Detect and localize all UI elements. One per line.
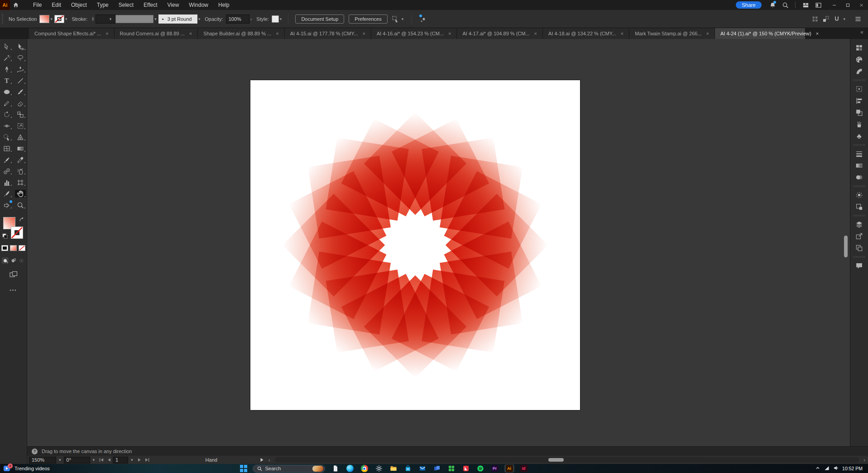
appearance-panel-icon[interactable] bbox=[853, 189, 866, 201]
zoom-tool[interactable] bbox=[15, 201, 26, 209]
transparency-panel-icon[interactable] bbox=[853, 171, 866, 183]
swap-fill-stroke-icon[interactable] bbox=[19, 217, 24, 223]
menu-item-window[interactable]: Window bbox=[184, 0, 213, 10]
horizontal-scrollbar-thumb[interactable] bbox=[548, 458, 564, 462]
tray-volume-icon[interactable] bbox=[833, 465, 839, 472]
paintbrush-tool[interactable] bbox=[15, 88, 26, 96]
width-tool[interactable] bbox=[1, 122, 12, 130]
menu-item-file[interactable]: File bbox=[28, 0, 47, 10]
shaper-tool[interactable] bbox=[1, 99, 12, 107]
rotation-select[interactable]: 0° bbox=[64, 457, 90, 463]
taskbar-app-store-bag-icon[interactable] bbox=[403, 464, 413, 473]
document-tab[interactable]: Round Corners.ai @ 88.89 ...× bbox=[115, 28, 198, 39]
scroll-left-icon[interactable]: ‹ bbox=[266, 457, 273, 463]
selection-tool[interactable] bbox=[1, 43, 12, 50]
vertical-scrollbar-thumb[interactable] bbox=[844, 236, 848, 257]
color-button[interactable] bbox=[1, 245, 8, 251]
horizontal-scrollbar[interactable] bbox=[275, 457, 859, 463]
tab-close-icon[interactable]: × bbox=[276, 31, 278, 36]
document-tab[interactable]: Mark Twain Stamp.ai @ 266...× bbox=[629, 28, 715, 39]
start-button-icon[interactable] bbox=[240, 465, 247, 472]
fill-color-swatch[interactable] bbox=[39, 15, 49, 23]
help-icon[interactable]: ? bbox=[32, 449, 38, 454]
status-expand-icon[interactable] bbox=[258, 457, 266, 463]
preferences-button[interactable]: Preferences bbox=[349, 14, 387, 24]
default-fill-stroke-icon[interactable] bbox=[2, 233, 8, 240]
smart-edit-icon[interactable] bbox=[418, 14, 429, 24]
free-transform-tool[interactable] bbox=[15, 122, 26, 130]
menu-item-view[interactable]: View bbox=[163, 0, 184, 10]
taskbar-app-green-grid-icon[interactable] bbox=[446, 464, 456, 473]
document-tab-active[interactable]: AI 4-24 (1).ai* @ 150 % (CMYK/Preview)× bbox=[715, 28, 806, 39]
column-graph-tool[interactable] bbox=[1, 179, 12, 186]
select-similar-icon[interactable] bbox=[390, 14, 401, 24]
eyedropper-tool[interactable] bbox=[15, 156, 26, 164]
brush-definition-select[interactable] bbox=[115, 15, 153, 23]
zoom-chevron-icon[interactable]: ▾ bbox=[56, 458, 64, 462]
stroke-weight-select[interactable]: ▾ bbox=[96, 14, 115, 24]
gradient-panel-panel-icon[interactable] bbox=[853, 159, 866, 171]
profile-chevron-icon[interactable]: ▾ bbox=[198, 17, 201, 21]
minimize-button[interactable] bbox=[827, 0, 841, 10]
layers-panel-icon[interactable] bbox=[853, 218, 866, 230]
knife-tool[interactable] bbox=[1, 156, 12, 164]
menu-item-effect[interactable]: Effect bbox=[139, 0, 162, 10]
taskbar-app-illustrator-icon[interactable]: Ai bbox=[504, 464, 514, 473]
next-artboard-icon[interactable] bbox=[136, 457, 144, 463]
taskbar-app-edge-icon[interactable] bbox=[345, 464, 355, 473]
taskbar-app-settings-gear-icon[interactable] bbox=[374, 464, 384, 473]
edit-toolbar-ellipsis-icon[interactable]: ••• bbox=[0, 288, 27, 293]
panel-group-grip[interactable] bbox=[854, 213, 865, 217]
select-similar-chevron-icon[interactable]: ▾ bbox=[402, 17, 404, 21]
stroke-color-swatch[interactable] bbox=[54, 15, 64, 23]
properties-panel-icon[interactable] bbox=[853, 83, 866, 95]
color-guide-panel-icon[interactable] bbox=[853, 65, 866, 77]
symbols-panel-icon[interactable]: ♣ bbox=[853, 130, 866, 142]
variable-width-profile-select[interactable]: • 3 pt Round bbox=[158, 14, 197, 24]
align-panel-icon[interactable] bbox=[853, 95, 866, 106]
rotate-tool[interactable] bbox=[1, 111, 12, 118]
panel-group-grip[interactable] bbox=[854, 143, 865, 147]
taskbar-app-blue-tiles-icon[interactable] bbox=[432, 464, 442, 473]
symbol-sprayer-tool[interactable] bbox=[15, 167, 26, 175]
document-tab[interactable]: AI 4-17.ai* @ 104.89 % (CM...× bbox=[457, 28, 543, 39]
type-tool[interactable]: T bbox=[1, 77, 12, 84]
menu-item-type[interactable]: Type bbox=[92, 0, 114, 10]
zoom-level-select[interactable]: 150% bbox=[29, 457, 56, 463]
taskbar-app-mail-icon[interactable] bbox=[417, 464, 427, 473]
previous-artboard-icon[interactable] bbox=[105, 457, 113, 463]
curvature-tool[interactable] bbox=[15, 65, 26, 73]
none-button[interactable] bbox=[19, 245, 25, 251]
tab-close-icon[interactable]: × bbox=[816, 31, 819, 36]
stroke-dropdown-chevron-icon[interactable]: ▾ bbox=[65, 17, 67, 21]
close-button[interactable] bbox=[854, 0, 868, 10]
panel-group-grip[interactable] bbox=[854, 78, 865, 82]
magic-wand-tool[interactable] bbox=[1, 54, 12, 62]
fill-dropdown-chevron-icon[interactable]: ▾ bbox=[50, 17, 53, 21]
draw-behind-icon[interactable] bbox=[10, 257, 17, 264]
draw-inside-icon[interactable] bbox=[18, 257, 25, 264]
taskbar-app-folder-icon[interactable] bbox=[388, 464, 398, 473]
slice-tool[interactable] bbox=[1, 190, 12, 198]
tab-close-icon[interactable]: × bbox=[189, 31, 192, 36]
export-panel-icon[interactable] bbox=[853, 230, 866, 242]
taskbar-search[interactable]: Search bbox=[253, 465, 325, 473]
brushes-panel-icon[interactable] bbox=[853, 118, 866, 130]
change-screen-mode-icon[interactable] bbox=[0, 271, 27, 278]
scale-tool[interactable] bbox=[15, 111, 26, 118]
document-setup-button[interactable]: Document Setup bbox=[295, 14, 344, 24]
draw-normal-icon[interactable] bbox=[2, 257, 9, 264]
menu-item-select[interactable]: Select bbox=[114, 0, 139, 10]
brush-dropdown-chevron-icon[interactable]: ▾ bbox=[154, 17, 157, 21]
blend-tool[interactable] bbox=[1, 167, 12, 175]
hand-tool[interactable] bbox=[15, 190, 26, 198]
workspace-switcher-icon[interactable] bbox=[799, 0, 812, 10]
snap-options-magnet-icon[interactable] bbox=[831, 14, 842, 24]
arrange-panels-icon[interactable] bbox=[812, 0, 825, 10]
tab-close-icon[interactable]: × bbox=[448, 31, 451, 36]
last-artboard-icon[interactable] bbox=[144, 457, 151, 463]
taskbar-app-indesign-icon[interactable]: Id bbox=[519, 464, 529, 473]
direct-selection-tool[interactable] bbox=[15, 43, 26, 50]
gradient-button[interactable] bbox=[10, 245, 17, 251]
scroll-right-icon[interactable]: › bbox=[861, 457, 868, 463]
